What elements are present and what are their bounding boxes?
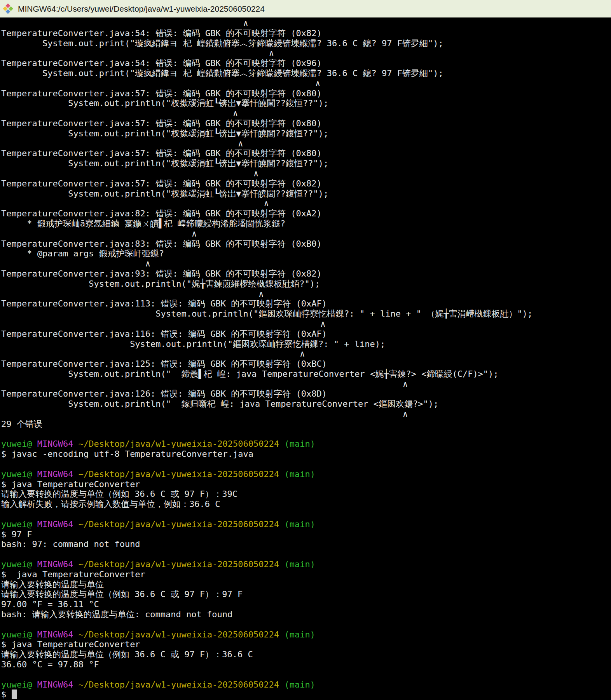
terminal-line: ∧ xyxy=(1,18,611,28)
terminal-line: TemperatureConverter.java:57: 错误: 编码 GBK… xyxy=(1,148,611,158)
msys2-diamond-icon[interactable] xyxy=(3,3,14,14)
terminal-text-segment: yuwei@ xyxy=(1,439,32,449)
terminal-text-segment: System.out.println(" 鎵归噺杞 崲: java Temper… xyxy=(1,399,438,409)
terminal-line: ∧ xyxy=(1,169,611,179)
terminal-text-segment xyxy=(279,469,284,479)
terminal-text-segment: (main) xyxy=(285,559,315,569)
terminal-line: $ 97 F xyxy=(1,529,611,540)
terminal-text-segment xyxy=(32,469,37,479)
terminal-text-segment: 输入解析失败，请按示例输入数值与单位，例如：36.6 C xyxy=(1,499,220,509)
terminal-line: ∧ xyxy=(1,319,611,329)
terminal-line: ∧ xyxy=(1,379,611,389)
terminal-line: bash: 97: command not found xyxy=(1,539,611,549)
terminal-line: $ javac -encoding utf-8 TemperatureConve… xyxy=(1,449,611,459)
terminal-line: 29 个错误 xyxy=(1,419,611,429)
terminal-line: yuwei@ MINGW64 ~/Desktop/java/w1-yuweixi… xyxy=(1,439,611,449)
terminal-text-segment: ∧ xyxy=(1,259,150,268)
terminal-line: 请输入要转换的温度与单位（例如 36.6 C 或 97 F）：39C xyxy=(1,489,611,499)
terminal-text-segment: ∧ xyxy=(1,409,408,419)
terminal-line: ∧ xyxy=(1,289,611,299)
terminal-line: ∧ xyxy=(1,48,611,58)
terminal-line xyxy=(1,509,611,519)
terminal-text-segment: ~/Desktop/java/w1-yuweixia-202506050224 xyxy=(79,559,279,569)
terminal-text-segment xyxy=(279,519,284,529)
terminal-text-segment xyxy=(73,630,78,639)
terminal-text-segment: TemperatureConverter.java:126: 错误: 编码 GB… xyxy=(1,389,327,399)
terminal-line: $ xyxy=(1,690,611,700)
terminal-text-segment: ∧ xyxy=(1,48,274,58)
terminal-line: ∧ xyxy=(1,229,611,239)
terminal-text-segment: 36.60 °C = 97.88 °F xyxy=(1,660,99,669)
terminal-line: TemperatureConverter.java:82: 错误: 编码 GBK… xyxy=(1,209,611,219)
terminal-text-segment: bash: 请输入要转换的温度与单位: command not found xyxy=(1,609,232,619)
terminal-text-segment: (main) xyxy=(285,630,315,639)
terminal-line: TemperatureConverter.java:113: 错误: 编码 GB… xyxy=(1,299,611,309)
terminal-line: System.out.println(" 鍗曟▌杞 崲: java Temper… xyxy=(1,369,611,379)
terminal-text-segment: $ 97 F xyxy=(1,529,32,539)
terminal-line: $ java TemperatureConverter xyxy=(1,639,611,650)
terminal-text-segment: yuwei@ xyxy=(1,469,32,479)
terminal-text-segment: ∧ xyxy=(1,199,269,208)
terminal-line: System.out.println("鏂囦欢琛屾牸寮忔棤鏁?: " + lin… xyxy=(1,309,611,319)
terminal-text-segment: TemperatureConverter.java:93: 错误: 编码 GBK… xyxy=(1,269,322,279)
terminal-line: * @param args 鍛戒护琛屽弬鏁? xyxy=(1,249,611,259)
terminal-line: bash: 请输入要转换的温度与单位: command not found xyxy=(1,609,611,620)
terminal-line: TemperatureConverter.java:93: 错误: 编码 GBK… xyxy=(1,269,611,279)
terminal-line xyxy=(1,670,611,680)
terminal-output[interactable]: ∧TemperatureConverter.java:54: 错误: 编码 GB… xyxy=(0,17,611,700)
terminal-text-segment xyxy=(279,559,284,569)
terminal-line xyxy=(1,620,611,630)
terminal-text-segment: ∧ xyxy=(1,169,258,178)
terminal-line: System.out.println(" 鎵归噺杞 崲: java Temper… xyxy=(1,399,611,409)
terminal-text-segment: MINGW64 xyxy=(37,630,73,639)
terminal-text-segment: (main) xyxy=(285,439,315,449)
terminal-text-segment xyxy=(73,439,78,449)
terminal-text-segment: ∧ xyxy=(1,379,408,389)
terminal-text-segment xyxy=(32,630,37,639)
terminal-line: yuwei@ MINGW64 ~/Desktop/java/w1-yuweixi… xyxy=(1,519,611,529)
terminal-text-segment: System.out.print("璇疯緭鍏ヨ 杞 崲鐨勬俯搴︿笌鍗曚綅锛堜緥濡… xyxy=(1,38,443,48)
terminal-text-segment: yuwei@ xyxy=(1,519,32,529)
terminal-line: * 鍛戒护琛屾ā寮忥細鏀 寔鍦ㄨ皟▌杞 崲鍗曚綅构浠舵墦閫恍浆鎹? xyxy=(1,219,611,229)
terminal-text-segment: $ java TemperatureConverter xyxy=(1,639,140,649)
terminal-text-segment: System.out.print("璇疯緭鍏ヨ 杞 崲鐨勬俯搴︿笌鍗曚綅锛堜緥濡… xyxy=(1,68,443,78)
terminal-text-segment: TemperatureConverter.java:54: 错误: 编码 GBK… xyxy=(1,58,322,68)
terminal-text-segment: System.out.println("鏂囦欢琛屾牸寮忔棤鏁?: " + lin… xyxy=(1,309,532,319)
terminal-text-segment: yuwei@ xyxy=(1,680,32,690)
terminal-line: System.out.println("杈撳叆涓虹┖锛岀▼搴忓皢閫??鍑恒??"… xyxy=(1,98,611,108)
terminal-line: System.out.println("杈撳叆涓虹┖锛岀▼搴忓皢閫??鍑恒??"… xyxy=(1,189,611,199)
terminal-line: TemperatureConverter.java:57: 错误: 编码 GBK… xyxy=(1,179,611,189)
terminal-line: TemperatureConverter.java:83: 错误: 编码 GBK… xyxy=(1,239,611,249)
window-titlebar: MINGW64:/c/Users/yuwei/Desktop/java/w1-y… xyxy=(0,0,611,17)
terminal-line: 请输入要转换的温度与单位（例如 36.6 C 或 97 F）：36.6 C xyxy=(1,650,611,660)
terminal-text-segment: TemperatureConverter.java:57: 错误: 编码 GBK… xyxy=(1,89,322,98)
terminal-text-segment: TemperatureConverter.java:82: 错误: 编码 GBK… xyxy=(1,209,322,218)
terminal-line xyxy=(1,459,611,469)
terminal-line: TemperatureConverter.java:126: 错误: 编码 GB… xyxy=(1,389,611,399)
terminal-text-segment: ∧ xyxy=(1,319,325,329)
terminal-text-segment xyxy=(73,680,78,690)
terminal-text-segment: TemperatureConverter.java:125: 错误: 编码 GB… xyxy=(1,359,327,369)
terminal-text-segment: MINGW64 xyxy=(37,680,73,690)
terminal-line: TemperatureConverter.java:54: 错误: 编码 GBK… xyxy=(1,58,611,68)
terminal-text-segment: ∧ xyxy=(1,289,264,299)
terminal-text-segment: 29 个错误 xyxy=(1,419,42,429)
terminal-text-segment: 请输入要转换的温度与单位（例如 36.6 C 或 97 F）：39C xyxy=(1,489,237,499)
terminal-text-segment: yuwei@ xyxy=(1,630,32,639)
terminal-line: ∧ xyxy=(1,78,611,89)
terminal-text-segment xyxy=(73,469,78,479)
terminal-line: ∧ xyxy=(1,108,611,118)
terminal-text-segment: ~/Desktop/java/w1-yuweixia-202506050224 xyxy=(79,439,279,449)
terminal-text-segment: TemperatureConverter.java:54: 错误: 编码 GBK… xyxy=(1,28,322,38)
terminal-line xyxy=(1,429,611,439)
terminal-text-segment: MINGW64 xyxy=(37,439,73,449)
terminal-line: ∧ xyxy=(1,349,611,359)
terminal-text-segment: * 鍛戒护琛屾ā寮忥細鏀 寔鍦ㄨ皟▌杞 崲鍗曚綅构浠舵墦閫恍浆鎹? xyxy=(1,219,285,228)
terminal-text-segment xyxy=(32,439,37,449)
terminal-text-segment: ∧ xyxy=(1,108,238,118)
terminal-text-segment: ∧ xyxy=(1,349,305,359)
terminal-line: System.out.println("娓╁害鍊煎繀椤绘槸鏁板瓧銆?"); xyxy=(1,279,611,289)
terminal-line: System.out.print("璇疯緭鍏ヨ 杞 崲鐨勬俯搴︿笌鍗曚綅锛堜緥濡… xyxy=(1,38,611,49)
terminal-text-segment: 请输入要转换的温度与单位（例如 36.6 C 或 97 F）：97 F xyxy=(1,589,243,599)
terminal-text-segment: ~/Desktop/java/w1-yuweixia-202506050224 xyxy=(79,469,279,479)
